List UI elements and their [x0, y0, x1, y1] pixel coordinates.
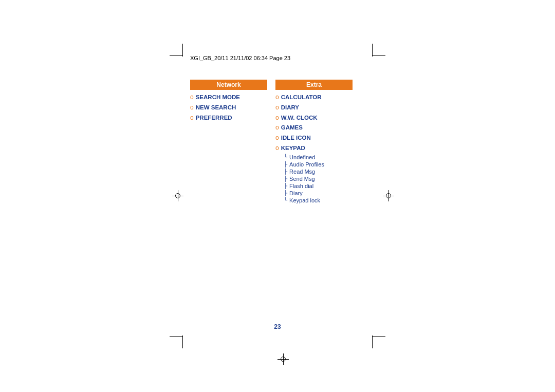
arrow-icon: ├ — [284, 190, 287, 196]
menu-item-label: W.W. CLOCK — [281, 114, 318, 122]
menu-item-label: KEYPAD — [281, 144, 305, 152]
bullet-icon: o — [275, 134, 279, 142]
list-item: ├ Send Msg — [284, 176, 353, 182]
bullet-icon: o — [275, 144, 279, 153]
arrow-icon: ├ — [284, 183, 287, 189]
subitem-label: Read Msg — [289, 169, 315, 175]
menu-item-label: DIARY — [281, 103, 299, 111]
list-item: ├ Read Msg — [284, 169, 353, 175]
corner-mark-tl-vertical — [182, 44, 183, 57]
list-item: o SEARCH MODE — [190, 93, 267, 102]
bullet-icon: o — [275, 123, 279, 132]
arrow-icon: ├ — [284, 169, 287, 174]
list-item: o PREFERRED — [190, 114, 267, 122]
extra-menu: o CALCULATOR o DIARY o W.W. CLOCK o GAME… — [275, 93, 353, 203]
subitem-label: Flash dial — [289, 183, 313, 189]
header-text: XGI_GB_20/11 21/11/02 06:34 Page 23 — [190, 55, 290, 61]
menu-item-label: SEARCH MODE — [196, 93, 240, 101]
bullet-icon: o — [190, 103, 194, 112]
list-item: ├ Flash dial — [284, 183, 353, 189]
list-item: o GAMES — [275, 123, 353, 132]
menu-item-label: NEW SEARCH — [196, 103, 236, 111]
bullet-icon: o — [275, 114, 279, 122]
menu-item-label: IDLE ICON — [281, 134, 311, 142]
subitem-label: Send Msg — [289, 176, 315, 182]
list-item: ├ Diary — [284, 190, 353, 196]
arrow-icon: ├ — [284, 176, 287, 181]
list-item: o W.W. CLOCK — [275, 114, 353, 122]
menu-item-label: CALCULATOR — [281, 93, 322, 101]
network-column: Network o SEARCH MODE o NEW SEARCH o PRE… — [190, 80, 267, 204]
arrow-icon: └ — [284, 197, 287, 203]
corner-mark-tr-vertical — [372, 44, 373, 57]
subitem-label: Undefined — [289, 154, 315, 160]
corner-mark-bl-horizontal — [170, 336, 182, 337]
page-number: 23 — [274, 323, 281, 330]
corner-mark-tl-horizontal — [170, 55, 182, 56]
corner-mark-bl-vertical — [182, 335, 183, 348]
subitem-label: Keypad lock — [289, 197, 320, 203]
subitem-label: Audio Profiles — [289, 161, 324, 167]
extra-header: Extra — [275, 80, 353, 90]
list-item: o NEW SEARCH — [190, 103, 267, 112]
network-header: Network — [190, 80, 267, 90]
arrow-icon: ├ — [284, 161, 287, 167]
corner-mark-tr-horizontal — [373, 55, 385, 56]
extra-column: Extra o CALCULATOR o DIARY o W.W. CLOCK … — [275, 80, 353, 204]
arrow-icon: └ — [284, 154, 287, 160]
bullet-icon: o — [190, 93, 194, 102]
corner-mark-br-vertical — [372, 335, 373, 348]
keypad-subitems: └ Undefined ├ Audio Profiles ├ Read Msg … — [284, 154, 353, 203]
list-item: └ Undefined — [284, 154, 353, 160]
content-area: Network o SEARCH MODE o NEW SEARCH o PRE… — [190, 80, 353, 204]
menu-item-label: PREFERRED — [196, 114, 232, 122]
bullet-icon: o — [190, 114, 194, 122]
list-item: └ Keypad lock — [284, 197, 353, 203]
list-item: o DIARY — [275, 103, 353, 112]
network-menu: o SEARCH MODE o NEW SEARCH o PREFERRED — [190, 93, 267, 122]
bullet-icon: o — [275, 93, 279, 102]
menu-item-label: GAMES — [281, 123, 303, 132]
list-item: o IDLE ICON — [275, 134, 353, 142]
subitem-label: Diary — [289, 190, 303, 196]
corner-mark-br-horizontal — [373, 336, 385, 337]
bullet-icon: o — [275, 103, 279, 112]
list-item: o CALCULATOR — [275, 93, 353, 102]
list-item: ├ Audio Profiles — [284, 161, 353, 167]
list-item: o KEYPAD — [275, 144, 353, 153]
